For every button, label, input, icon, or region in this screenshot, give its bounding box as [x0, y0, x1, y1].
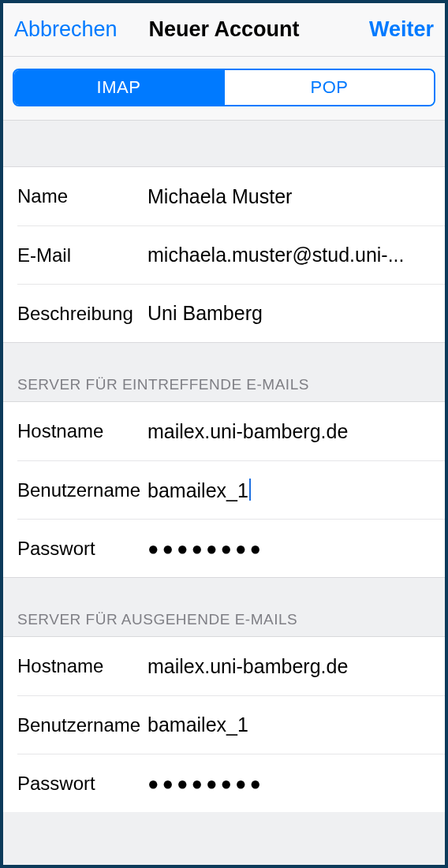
name-field[interactable]: Michaela Muster	[147, 185, 431, 208]
outgoing-pass-field[interactable]: ●●●●●●●●	[147, 773, 431, 795]
row-outgoing-host: Hostname mailex.uni-bamberg.de	[3, 637, 445, 695]
name-label: Name	[17, 185, 147, 207]
outgoing-group: Hostname mailex.uni-bamberg.de Benutzern…	[3, 637, 445, 812]
section-gap	[3, 120, 445, 167]
row-incoming-host: Hostname mailex.uni-bamberg.de	[3, 402, 445, 460]
incoming-header: SERVER FÜR EINTREFFENDE E-MAILS	[3, 342, 445, 402]
incoming-group: Hostname mailex.uni-bamberg.de Benutzern…	[3, 402, 445, 577]
incoming-host-field[interactable]: mailex.uni-bamberg.de	[147, 420, 431, 443]
incoming-pass-field[interactable]: ●●●●●●●●	[147, 538, 431, 560]
row-description: Beschreibung Uni Bamberg	[17, 284, 445, 342]
row-incoming-pass: Passwort ●●●●●●●●	[17, 519, 445, 577]
outgoing-pass-label: Passwort	[17, 773, 147, 795]
account-group: Name Michaela Muster E-Mail michaela.mus…	[3, 167, 445, 342]
row-incoming-user: Benutzername bamailex_1	[17, 460, 445, 519]
outgoing-header: SERVER FÜR AUSGEHENDE E-MAILS	[3, 577, 445, 637]
modal-header: Abbrechen Neuer Account Weiter	[3, 3, 445, 57]
email-label: E-Mail	[17, 244, 147, 266]
outgoing-user-label: Benutzername	[17, 714, 147, 736]
incoming-host-label: Hostname	[17, 420, 147, 442]
next-button[interactable]: Weiter	[369, 17, 434, 42]
row-outgoing-pass: Passwort ●●●●●●●●	[17, 754, 445, 812]
protocol-segmented-control: IMAP POP	[13, 69, 435, 106]
tab-pop[interactable]: POP	[223, 70, 434, 105]
outgoing-host-label: Hostname	[17, 655, 147, 677]
description-field[interactable]: Uni Bamberg	[147, 302, 431, 325]
outgoing-user-field[interactable]: bamailex_1	[147, 713, 431, 736]
protocol-segmented-wrap: IMAP POP	[3, 57, 445, 120]
incoming-pass-label: Passwort	[17, 538, 147, 560]
description-label: Beschreibung	[17, 303, 147, 325]
outgoing-host-field[interactable]: mailex.uni-bamberg.de	[147, 655, 431, 678]
incoming-user-label: Benutzername	[17, 479, 147, 501]
row-name: Name Michaela Muster	[3, 167, 445, 225]
row-email: E-Mail michaela.muster@stud.uni-...	[17, 225, 445, 284]
row-outgoing-user: Benutzername bamailex_1	[17, 695, 445, 754]
cancel-button[interactable]: Abbrechen	[14, 17, 118, 42]
incoming-user-field[interactable]: bamailex_1	[147, 479, 431, 502]
tab-imap[interactable]: IMAP	[14, 70, 223, 105]
email-field[interactable]: michaela.muster@stud.uni-...	[147, 244, 431, 266]
